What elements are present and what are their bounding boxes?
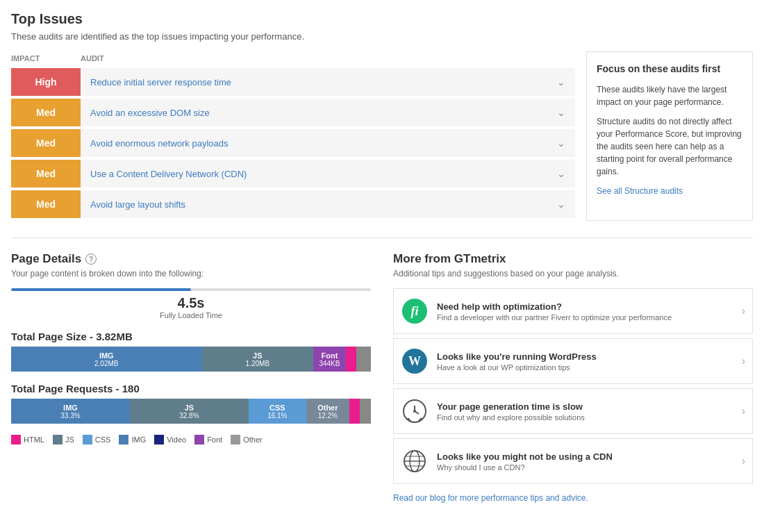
issue-row[interactable]: Med Avoid an excessive DOM size ⌄ — [11, 99, 575, 126]
size-bars: IMG2.02MBJS1.20MBFont344KB — [11, 347, 371, 372]
chevron-right-icon[interactable]: › — [736, 405, 745, 417]
svg-text:W: W — [408, 354, 421, 368]
clock-icon — [401, 397, 429, 425]
column-headers: IMPACT AUDIT — [11, 51, 575, 65]
issue-row[interactable]: High Reduce initial server response time… — [11, 68, 575, 96]
col-audit-header: AUDIT — [81, 54, 104, 63]
chevron-right-icon[interactable]: › — [736, 455, 745, 467]
chevron-down-icon[interactable]: ⌄ — [547, 190, 575, 218]
time-label: Fully Loaded Time — [11, 311, 371, 319]
time-bar-container — [11, 288, 371, 291]
chevron-down-icon[interactable]: ⌄ — [547, 68, 575, 96]
size-bar-segment — [356, 347, 371, 372]
page-details-title: Page Details ? — [11, 252, 371, 266]
fiverr-icon: fi — [401, 297, 429, 325]
tip-row[interactable]: W Looks like you're running WordPress Ha… — [393, 338, 753, 384]
bottom-section: Page Details ? Your page content is brok… — [11, 252, 753, 503]
focus-box-title: Focus on these audits first — [597, 62, 742, 76]
tip-title: Need help with optimization? — [437, 301, 728, 312]
chevron-down-icon[interactable]: ⌄ — [547, 99, 575, 126]
legend-dot — [231, 435, 240, 444]
tip-content: Your page generation time is slow Find o… — [437, 401, 728, 422]
legend-item: IMG — [119, 435, 146, 444]
focus-box-para1: These audits likely have the largest imp… — [597, 83, 742, 108]
blog-link-container: Read our blog for more performance tips … — [393, 492, 753, 503]
size-bar-segment: IMG2.02MB — [11, 347, 202, 372]
issue-label[interactable]: Reduce initial server response time — [81, 69, 547, 96]
see-all-structure-link[interactable]: See all Structure audits — [597, 186, 683, 196]
legend-label: JS — [65, 435, 74, 444]
legend-item: CSS — [83, 435, 111, 444]
page-details: Page Details ? Your page content is brok… — [11, 252, 371, 503]
request-bar-segment: JS32.8% — [130, 399, 249, 424]
section-divider — [11, 238, 753, 238]
page-title: Top Issues — [11, 11, 753, 27]
request-bar-segment: Other12.2% — [306, 399, 349, 424]
chevron-right-icon[interactable]: › — [736, 355, 745, 367]
blog-link[interactable]: Read our blog for more performance tips … — [393, 493, 588, 503]
request-bar-segment — [349, 399, 360, 424]
tip-content: Need help with optimization? Find a deve… — [437, 301, 728, 322]
impact-badge: Med — [11, 160, 81, 188]
tip-desc: Have a look at our WP optimization tips — [437, 363, 728, 372]
size-bar-segment: Font344KB — [313, 347, 346, 372]
issues-list: High Reduce initial server response time… — [11, 68, 575, 218]
legend-item: HTML — [11, 435, 44, 444]
legend: HTMLJSCSSIMGVideoFontOther — [11, 435, 371, 444]
tip-desc: Find out why and explore possible soluti… — [437, 413, 728, 422]
page-size-label: Total Page Size - 3.82MB — [11, 331, 371, 342]
more-gtmetrix-subtitle: Additional tips and suggestions based on… — [393, 269, 753, 279]
issue-row[interactable]: Med Use a Content Delivery Network (CDN)… — [11, 160, 575, 188]
issue-row[interactable]: Med Avoid large layout shifts ⌄ — [11, 190, 575, 218]
legend-label: Video — [167, 435, 186, 444]
legend-label: CSS — [95, 435, 111, 444]
tip-row[interactable]: Your page generation time is slow Find o… — [393, 388, 753, 434]
legend-dot — [194, 435, 204, 444]
requests-label: Total Page Requests - 180 — [11, 383, 371, 394]
tip-title: Looks like you're running WordPress — [437, 351, 728, 362]
impact-badge: Med — [11, 129, 81, 157]
request-bar-segment — [360, 399, 371, 424]
issue-label[interactable]: Use a Content Delivery Network (CDN) — [81, 160, 547, 188]
time-bar-fill — [11, 288, 191, 291]
legend-label: Font — [207, 435, 222, 444]
tips-list: fi Need help with optimization? Find a d… — [393, 288, 753, 484]
more-gtmetrix: More from GTmetrix Additional tips and s… — [393, 252, 753, 503]
time-value: 4.5s — [11, 295, 371, 311]
legend-dot — [53, 435, 63, 444]
size-bar-segment — [346, 347, 357, 372]
legend-label: Other — [243, 435, 263, 444]
svg-point-5 — [413, 410, 416, 413]
tip-title: Your page generation time is slow — [437, 401, 728, 412]
help-icon[interactable]: ? — [85, 253, 97, 265]
top-section: IMPACT AUDIT High Reduce initial server … — [11, 51, 753, 221]
issue-label[interactable]: Avoid an excessive DOM size — [81, 99, 547, 126]
impact-badge: High — [11, 68, 81, 96]
chevron-right-icon[interactable]: › — [736, 305, 745, 317]
chevron-down-icon[interactable]: ⌄ — [547, 160, 575, 188]
tip-desc: Why should I use a CDN? — [437, 463, 728, 472]
more-gtmetrix-title: More from GTmetrix — [393, 252, 753, 266]
legend-item: Other — [231, 435, 263, 444]
legend-label: HTML — [24, 435, 44, 444]
issues-table: IMPACT AUDIT High Reduce initial server … — [11, 51, 575, 221]
legend-item: Video — [154, 435, 186, 444]
issue-label[interactable]: Avoid enormous network payloads — [81, 130, 547, 157]
tip-row[interactable]: Looks like you might not be using a CDN … — [393, 438, 753, 484]
chevron-down-icon[interactable]: ⌄ — [547, 129, 575, 157]
issue-row[interactable]: Med Avoid enormous network payloads ⌄ — [11, 129, 575, 157]
tip-content: Looks like you're running WordPress Have… — [437, 351, 728, 372]
legend-dot — [83, 435, 92, 444]
legend-item: Font — [194, 435, 222, 444]
globe-icon — [401, 447, 429, 475]
legend-dot — [11, 435, 21, 444]
tip-desc: Find a developer with our partner Fiverr… — [437, 313, 728, 322]
issue-label[interactable]: Avoid large layout shifts — [81, 191, 547, 218]
col-impact-header: IMPACT — [11, 54, 81, 63]
impact-badge: Med — [11, 99, 81, 126]
request-bar-segment: IMG33.3% — [11, 399, 130, 424]
impact-badge: Med — [11, 190, 81, 218]
tip-row[interactable]: fi Need help with optimization? Find a d… — [393, 288, 753, 334]
tip-title: Looks like you might not be using a CDN — [437, 451, 728, 462]
legend-item: JS — [53, 435, 74, 444]
